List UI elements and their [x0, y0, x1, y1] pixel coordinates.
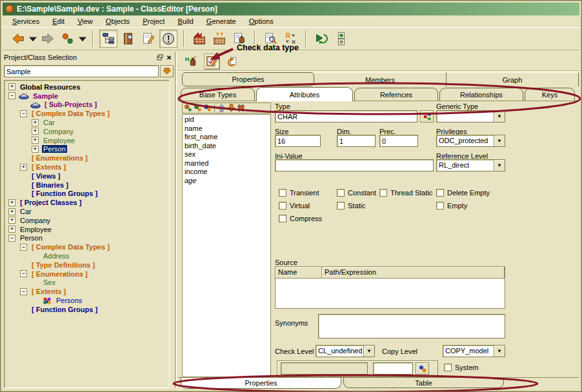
tree-item[interactable]: [ Sub-Projects ] [7, 101, 169, 110]
chevron-down-icon[interactable]: ▼ [363, 346, 374, 357]
flag-constant[interactable]: Constant [337, 189, 376, 197]
tree-item[interactable]: −[ Enumerations ] [7, 270, 169, 279]
chevron-down-icon[interactable]: ▼ [494, 346, 505, 357]
tab-relationships[interactable]: Relationships [439, 88, 523, 101]
revert-button[interactable] [225, 54, 240, 69]
attribute-item-married[interactable]: married [185, 159, 270, 168]
extra-field-1[interactable] [281, 362, 368, 375]
rename-refactor-button[interactable]: R [281, 30, 299, 48]
expand-icon[interactable]: + [32, 146, 39, 153]
library-button[interactable] [119, 30, 137, 48]
editor-button[interactable] [139, 30, 157, 48]
tree-item[interactable]: +Person [7, 145, 169, 154]
check-level-select[interactable]: CL_undefined ▼ [316, 345, 375, 357]
menu-options[interactable]: Options [243, 17, 279, 26]
close-panel-button[interactable]: ✕ [165, 54, 174, 62]
tree-item[interactable]: [ Enumerations ] [7, 153, 169, 162]
generic-type-select[interactable]: ▼ [436, 110, 505, 122]
attribute-item-income[interactable]: income [185, 168, 270, 177]
add-attribute-button[interactable] [184, 104, 192, 112]
tree-item[interactable]: −Sample [7, 92, 169, 101]
tab-refernces[interactable]: Refernces [354, 88, 438, 101]
tree-item[interactable]: −[ Extents ] [7, 287, 169, 296]
tab-attributes[interactable]: Attributes [256, 87, 353, 101]
back-arrow-button[interactable] [9, 30, 27, 48]
reference-level-select[interactable]: RL_direct ▼ [436, 159, 505, 172]
float-panel-button[interactable] [156, 54, 165, 62]
checkbox-icon[interactable] [436, 189, 444, 197]
menu-project[interactable]: Project [137, 17, 170, 26]
tree-item[interactable]: +Employee [7, 225, 169, 234]
source-column-name[interactable]: Name [276, 267, 322, 278]
flag-empty[interactable]: Empty [436, 202, 467, 210]
menu-build[interactable]: Build [172, 17, 199, 26]
navigate-objects-button[interactable] [59, 30, 77, 48]
selector-dropdown-button[interactable] [160, 65, 174, 77]
tree-item[interactable]: +Car [7, 207, 169, 216]
class-tree-button[interactable] [99, 30, 117, 48]
tree-item[interactable]: +[ Project Classes ] [7, 198, 169, 207]
bottom-tab-properties[interactable]: Properties [181, 378, 341, 389]
synonyms-input[interactable] [318, 314, 505, 338]
tree-item[interactable]: [ Views ] [7, 172, 169, 181]
tree-item[interactable]: +[ Extents ] [7, 162, 169, 172]
expand-icon[interactable]: + [8, 226, 15, 233]
collapse-icon[interactable]: − [20, 110, 27, 117]
ini-value-input[interactable] [275, 159, 434, 172]
tab-members[interactable]: Members [314, 72, 447, 86]
chevron-down-icon[interactable]: ▼ [494, 160, 505, 171]
update-database-button[interactable] [210, 30, 228, 48]
attribute-item-birth_date[interactable]: birth_date [185, 142, 270, 151]
tab-graph[interactable]: Graph [447, 72, 579, 86]
forward-arrow-button[interactable] [39, 30, 57, 48]
checkbox-icon[interactable] [436, 202, 444, 210]
tab-keys[interactable]: Keys [525, 88, 575, 101]
flag-static[interactable]: Static [337, 202, 366, 210]
chevron-down-icon[interactable]: ▼ [494, 111, 505, 122]
source-column-path-expression[interactable]: Path/Expression [322, 267, 505, 278]
hg-editor-button[interactable]: H [183, 54, 199, 69]
menu-view[interactable]: View [72, 17, 99, 26]
tree-item[interactable]: −[ Complex Data Types ] [7, 242, 169, 251]
back-arrow-dropdown-button[interactable] [29, 30, 37, 48]
menu-services[interactable]: Services [6, 17, 45, 26]
collapse-icon[interactable]: − [8, 235, 15, 242]
collapse-icon[interactable]: − [20, 244, 27, 251]
collapse-icon[interactable]: − [20, 270, 27, 277]
flag-virtual[interactable]: Virtual [279, 202, 310, 210]
move-down-button[interactable] [227, 104, 236, 112]
build-database-button[interactable] [190, 30, 208, 48]
dim-input[interactable] [337, 135, 376, 147]
checkbox-icon[interactable] [279, 189, 286, 197]
expand-icon[interactable]: + [32, 137, 39, 144]
menu-objects[interactable]: Objects [100, 17, 135, 26]
attribute-item-sex[interactable]: sex [185, 150, 270, 159]
attribute-item-first_name[interactable]: first_name [185, 133, 270, 142]
check-data-type-button[interactable] [204, 54, 219, 69]
checkbox-icon[interactable] [337, 189, 345, 197]
expand-icon[interactable]: + [20, 164, 27, 171]
check-document-button[interactable] [261, 30, 279, 48]
tree-item[interactable]: +Company [7, 216, 169, 225]
checkbox-icon[interactable] [379, 189, 387, 197]
run-button[interactable] [312, 30, 330, 48]
expand-icon[interactable]: + [8, 208, 15, 215]
collapse-icon[interactable]: − [8, 92, 15, 99]
tab-properties[interactable]: Properties [182, 72, 314, 86]
tree-item[interactable]: Address [7, 251, 169, 260]
expand-icon[interactable]: + [8, 83, 15, 90]
flag-delete-empty[interactable]: Delete Empty [436, 189, 490, 197]
tree-item[interactable]: Sex [7, 279, 169, 288]
checkbox-icon[interactable] [444, 364, 452, 371]
tree-item[interactable]: +Car [7, 118, 169, 127]
size-input[interactable] [275, 135, 321, 147]
expand-icon[interactable]: + [8, 199, 15, 206]
tree-item[interactable]: [ Function Groups ] [7, 190, 169, 199]
tree-item[interactable]: Persons [7, 296, 169, 305]
type-picker-button[interactable] [420, 110, 434, 122]
attribute-item-pid[interactable]: pid [185, 115, 270, 124]
add-reference-button[interactable] [194, 104, 202, 112]
attribute-item-age[interactable]: age [185, 177, 270, 186]
class-selector-input[interactable] [4, 65, 159, 77]
tab-base-types[interactable]: Base Types [181, 88, 255, 101]
